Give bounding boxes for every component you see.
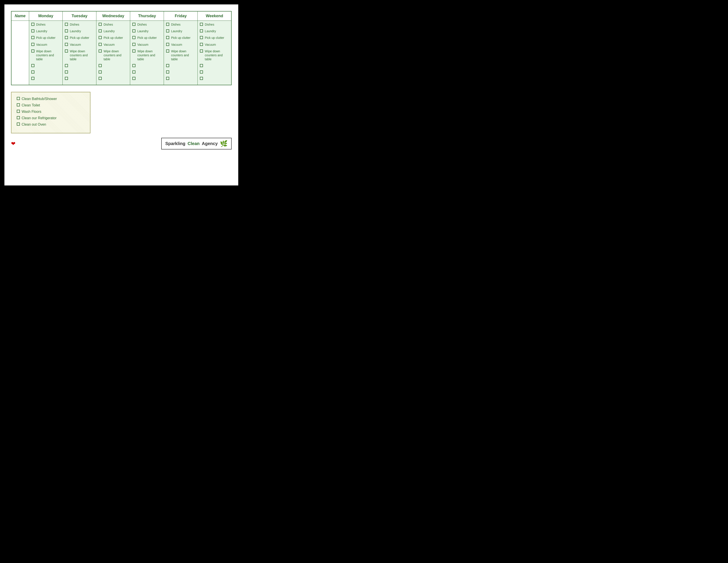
checkbox[interactable] — [31, 43, 34, 46]
checkbox[interactable] — [132, 23, 135, 26]
checkbox[interactable] — [31, 64, 34, 67]
checkbox[interactable] — [31, 70, 34, 73]
list-item[interactable]: Vacuum — [166, 43, 195, 47]
list-item[interactable]: Pick up clutter — [166, 36, 195, 40]
checkbox[interactable] — [31, 36, 34, 39]
list-item[interactable] — [65, 77, 94, 80]
checkbox[interactable] — [200, 36, 203, 39]
list-item[interactable] — [31, 64, 60, 67]
checkbox[interactable] — [17, 103, 20, 106]
list-item[interactable] — [200, 64, 229, 67]
list-item[interactable] — [99, 64, 128, 67]
list-item[interactable] — [166, 77, 195, 80]
list-item[interactable]: Laundry — [65, 29, 94, 33]
checkbox[interactable] — [132, 36, 135, 39]
list-item[interactable] — [166, 70, 195, 73]
list-item[interactable] — [65, 64, 94, 67]
checkbox[interactable] — [17, 116, 20, 119]
list-item[interactable]: Pick up clutter — [31, 36, 60, 40]
checkbox[interactable] — [132, 49, 135, 53]
checkbox[interactable] — [99, 49, 102, 53]
list-item[interactable]: Dishes — [65, 23, 94, 26]
checkbox[interactable] — [65, 77, 68, 80]
checkbox[interactable] — [31, 77, 34, 80]
checkbox[interactable] — [65, 29, 68, 32]
checkbox[interactable] — [166, 49, 169, 53]
list-item[interactable] — [99, 77, 128, 80]
list-item[interactable]: Dishes — [99, 23, 128, 26]
list-item[interactable]: Dishes — [166, 23, 195, 26]
checkbox[interactable] — [99, 23, 102, 26]
checkbox[interactable] — [200, 64, 203, 67]
list-item[interactable]: Vacuum — [132, 43, 161, 47]
list-item[interactable]: Laundry — [200, 29, 229, 33]
checkbox[interactable] — [99, 29, 102, 32]
checkbox[interactable] — [132, 64, 135, 67]
list-item[interactable]: Wipe down counters and table — [200, 49, 229, 61]
list-item[interactable] — [31, 70, 60, 73]
list-item[interactable]: Pick up clutter — [65, 36, 94, 40]
checkbox[interactable] — [166, 43, 169, 46]
checkbox[interactable] — [132, 70, 135, 73]
checkbox[interactable] — [65, 64, 68, 67]
list-item[interactable] — [31, 77, 60, 80]
checkbox[interactable] — [200, 70, 203, 73]
list-item[interactable] — [132, 77, 161, 80]
checkbox[interactable] — [200, 43, 203, 46]
checkbox[interactable] — [65, 36, 68, 39]
list-item[interactable]: Wipe down counters and table — [65, 49, 94, 61]
list-item[interactable]: Pick up clutter — [132, 36, 161, 40]
checkbox[interactable] — [99, 43, 102, 46]
checkbox[interactable] — [31, 23, 34, 26]
checkbox[interactable] — [166, 70, 169, 73]
list-item[interactable]: Vacuum — [200, 43, 229, 47]
checkbox[interactable] — [132, 77, 135, 80]
checkbox[interactable] — [166, 29, 169, 32]
list-item[interactable]: Vacuum — [99, 43, 128, 47]
checkbox[interactable] — [166, 36, 169, 39]
checkbox[interactable] — [166, 64, 169, 67]
checkbox[interactable] — [17, 97, 20, 100]
list-item[interactable]: Clean Toilet — [17, 103, 85, 108]
list-item[interactable]: Laundry — [132, 29, 161, 33]
list-item[interactable]: Wipe down counters and table — [132, 49, 161, 61]
checkbox[interactable] — [200, 77, 203, 80]
checkbox[interactable] — [99, 64, 102, 67]
list-item[interactable] — [132, 70, 161, 73]
checkbox[interactable] — [200, 49, 203, 53]
checkbox[interactable] — [99, 36, 102, 39]
list-item[interactable]: Pick up clutter — [200, 36, 229, 40]
list-item[interactable]: Pick up clutter — [99, 36, 128, 40]
checkbox[interactable] — [65, 23, 68, 26]
list-item[interactable]: Laundry — [99, 29, 128, 33]
list-item[interactable]: Vacuum — [31, 43, 60, 47]
checkbox[interactable] — [200, 29, 203, 32]
list-item[interactable]: Laundry — [166, 29, 195, 33]
checkbox[interactable] — [132, 29, 135, 32]
list-item[interactable] — [166, 64, 195, 67]
list-item[interactable]: Wash Floors — [17, 109, 85, 114]
list-item[interactable]: Clean out Oven — [17, 122, 85, 127]
checkbox[interactable] — [200, 23, 203, 26]
checkbox[interactable] — [17, 122, 20, 126]
checkbox[interactable] — [65, 43, 68, 46]
list-item[interactable]: Clean our Refrigerator — [17, 116, 85, 120]
list-item[interactable]: Dishes — [132, 23, 161, 26]
checkbox[interactable] — [166, 77, 169, 80]
checkbox[interactable] — [166, 23, 169, 26]
list-item[interactable] — [200, 70, 229, 73]
checkbox[interactable] — [132, 43, 135, 46]
list-item[interactable]: Vacuum — [65, 43, 94, 47]
list-item[interactable] — [99, 70, 128, 73]
list-item[interactable] — [200, 77, 229, 80]
checkbox[interactable] — [31, 29, 34, 32]
checkbox[interactable] — [99, 70, 102, 73]
checkbox[interactable] — [99, 77, 102, 80]
list-item[interactable] — [132, 64, 161, 67]
list-item[interactable]: Laundry — [31, 29, 60, 33]
checkbox[interactable] — [65, 70, 68, 73]
list-item[interactable]: Dishes — [200, 23, 229, 26]
list-item[interactable]: Wipe down counters and table — [99, 49, 128, 61]
checkbox[interactable] — [31, 49, 34, 53]
list-item[interactable]: Dishes — [31, 23, 60, 26]
